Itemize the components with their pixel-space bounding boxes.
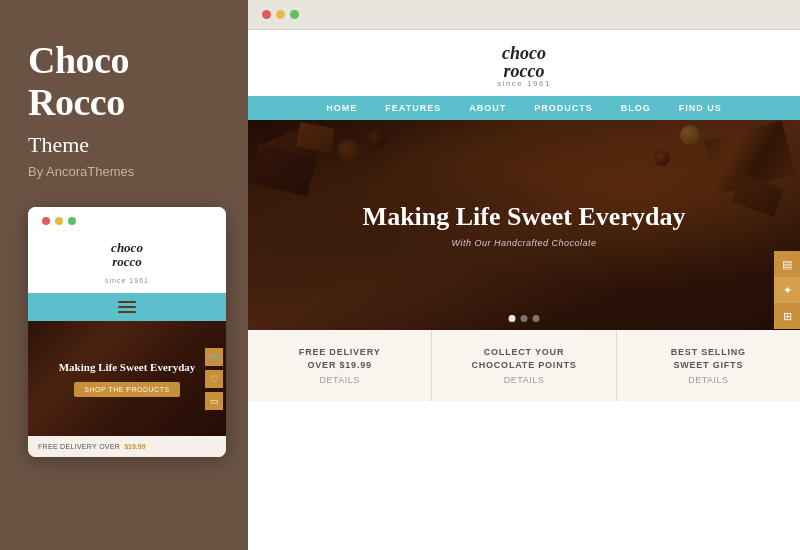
mobile-shop-button[interactable]: SHOP THE PRODUCTS [74,382,179,397]
hero-overlay: Making Life Sweet Everyday With Our Hand… [248,120,800,330]
features-bar: FREE DELIVERYOVER $19.99 Details COLLECT… [248,330,800,401]
browser-dot-green [290,10,299,19]
sidebar: Choco Rocco Theme By AncoraThemes chocor… [0,0,248,550]
hamburger-line-2 [118,306,136,308]
mobile-nav-bar [28,293,226,321]
mobile-logo: chocorocco [28,241,226,270]
mobile-cart-icon[interactable]: 🛒 [205,348,223,366]
site-logo: chocorocco since 1961 [497,44,551,88]
nav-products[interactable]: PRODUCTS [520,96,607,120]
nav-find-us[interactable]: FIND US [665,96,736,120]
hamburger-line-1 [118,301,136,303]
mobile-floating-icons: 🛒 ♡ ▭ [202,321,226,436]
hero-headline: Making Life Sweet Everyday [363,202,686,232]
hero-subheadline: With Our Handcrafted Chocolate [452,238,597,248]
site-logo-text: chocorocco [497,44,551,80]
browser-dot-red [262,10,271,19]
feature-points-details[interactable]: Details [442,375,605,385]
theme-subtitle: Theme [28,132,220,158]
site-hero-section: Making Life Sweet Everyday With Our Hand… [248,120,800,330]
mobile-preview-card: chocorocco since 1961 Making Life Sweet … [28,207,226,458]
mobile-user-icon[interactable]: ▭ [205,392,223,410]
float-btn-3[interactable]: ⊞ [774,303,800,329]
mobile-hero-overlay: Making Life Sweet Everyday SHOP THE PROD… [28,321,226,436]
website-frame: chocorocco since 1961 HOME FEATURES ABOU… [248,30,800,550]
feature-delivery: FREE DELIVERYOVER $19.99 Details [248,330,432,401]
nav-home[interactable]: HOME [312,96,371,120]
hamburger-icon[interactable] [118,301,136,313]
feature-delivery-details[interactable]: Details [258,375,421,385]
floating-action-buttons: ▤ ✦ ⊞ [774,251,800,329]
float-btn-1[interactable]: ▤ [774,251,800,277]
hamburger-line-3 [118,311,136,313]
mobile-logo-since: since 1961 [105,277,149,284]
mobile-footer-price: $19.99 [124,443,145,450]
feature-gifts-title: BEST SELLINGSWEET GIFTS [627,346,790,371]
nav-features[interactable]: FEATURES [371,96,455,120]
mobile-heart-icon[interactable]: ♡ [205,370,223,388]
mobile-hero-title: Making Life Sweet Everyday [59,361,196,374]
hero-dot-2[interactable] [521,315,528,322]
feature-gifts-details[interactable]: Details [627,375,790,385]
feature-gifts: BEST SELLINGSWEET GIFTS Details [617,330,800,401]
dot-red [42,217,50,225]
hero-dot-navigation [509,315,540,322]
hero-dot-1[interactable] [509,315,516,322]
float-btn-2[interactable]: ✦ [774,277,800,303]
dot-green [68,217,76,225]
feature-delivery-title: FREE DELIVERYOVER $19.99 [258,346,421,371]
browser-chrome [248,0,800,30]
mobile-footer-strip: FREE DELIVERY OVER $19.99 [28,436,226,457]
dot-yellow [55,217,63,225]
author-label: By AncoraThemes [28,164,220,179]
browser-dot-yellow [276,10,285,19]
mobile-hero-section: Making Life Sweet Everyday SHOP THE PROD… [28,321,226,436]
site-header: chocorocco since 1961 [248,30,800,96]
mobile-logo-area: chocorocco since 1961 [28,231,226,294]
hero-dot-3[interactable] [533,315,540,322]
site-navigation: HOME FEATURES ABOUT PRODUCTS BLOG FIND U… [248,96,800,120]
brand-title: Choco Rocco [28,40,220,124]
site-logo-since: since 1961 [497,79,551,88]
feature-points: COLLECT YOURCHOCOLATE POINTS Details [432,330,616,401]
nav-about[interactable]: ABOUT [455,96,520,120]
nav-blog[interactable]: BLOG [607,96,665,120]
mobile-chrome-bar [28,207,226,231]
mobile-footer-label: FREE DELIVERY OVER [38,443,120,450]
feature-points-title: COLLECT YOURCHOCOLATE POINTS [442,346,605,371]
main-preview-area: chocorocco since 1961 HOME FEATURES ABOU… [248,0,800,550]
